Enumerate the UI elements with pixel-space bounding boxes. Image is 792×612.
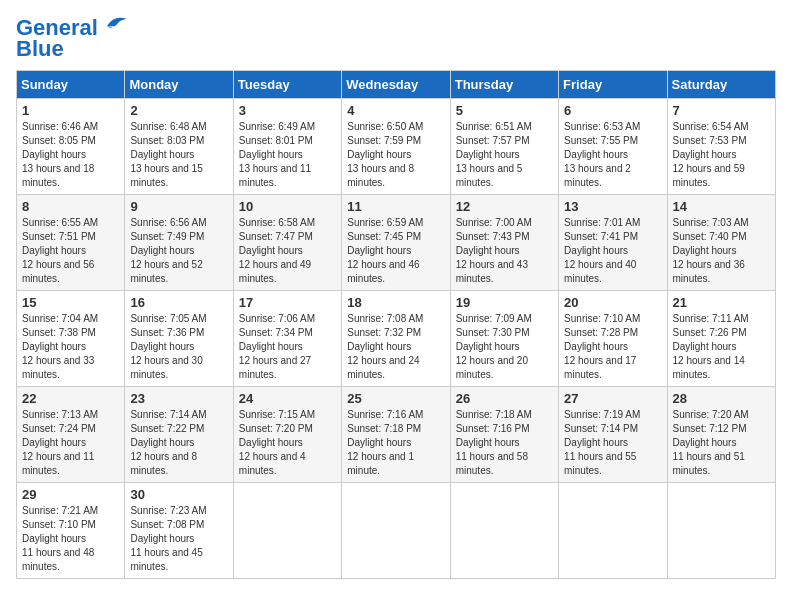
day-info: Sunrise: 7:18 AM Sunset: 7:16 PM Dayligh… — [456, 408, 553, 478]
day-info: Sunrise: 7:08 AM Sunset: 7:32 PM Dayligh… — [347, 312, 444, 382]
day-info: Sunrise: 6:51 AM Sunset: 7:57 PM Dayligh… — [456, 120, 553, 190]
calendar-week-row: 1 Sunrise: 6:46 AM Sunset: 8:05 PM Dayli… — [17, 99, 776, 195]
calendar-cell: 28 Sunrise: 7:20 AM Sunset: 7:12 PM Dayl… — [667, 387, 775, 483]
day-number: 8 — [22, 199, 119, 214]
day-info: Sunrise: 6:58 AM Sunset: 7:47 PM Dayligh… — [239, 216, 336, 286]
calendar-cell: 13 Sunrise: 7:01 AM Sunset: 7:41 PM Dayl… — [559, 195, 667, 291]
day-number: 13 — [564, 199, 661, 214]
day-number: 4 — [347, 103, 444, 118]
day-info: Sunrise: 7:23 AM Sunset: 7:08 PM Dayligh… — [130, 504, 227, 574]
calendar-cell: 23 Sunrise: 7:14 AM Sunset: 7:22 PM Dayl… — [125, 387, 233, 483]
weekday-header: Saturday — [667, 71, 775, 99]
calendar-cell: 5 Sunrise: 6:51 AM Sunset: 7:57 PM Dayli… — [450, 99, 558, 195]
day-number: 23 — [130, 391, 227, 406]
calendar-cell: 22 Sunrise: 7:13 AM Sunset: 7:24 PM Dayl… — [17, 387, 125, 483]
calendar-cell: 14 Sunrise: 7:03 AM Sunset: 7:40 PM Dayl… — [667, 195, 775, 291]
day-info: Sunrise: 7:14 AM Sunset: 7:22 PM Dayligh… — [130, 408, 227, 478]
day-info: Sunrise: 6:55 AM Sunset: 7:51 PM Dayligh… — [22, 216, 119, 286]
calendar-cell: 1 Sunrise: 6:46 AM Sunset: 8:05 PM Dayli… — [17, 99, 125, 195]
day-info: Sunrise: 6:49 AM Sunset: 8:01 PM Dayligh… — [239, 120, 336, 190]
logo-bird-icon — [100, 13, 128, 33]
calendar-cell: 10 Sunrise: 6:58 AM Sunset: 7:47 PM Dayl… — [233, 195, 341, 291]
day-info: Sunrise: 7:13 AM Sunset: 7:24 PM Dayligh… — [22, 408, 119, 478]
day-number: 5 — [456, 103, 553, 118]
calendar-table: SundayMondayTuesdayWednesdayThursdayFrid… — [16, 70, 776, 579]
day-number: 20 — [564, 295, 661, 310]
day-number: 7 — [673, 103, 770, 118]
day-number: 19 — [456, 295, 553, 310]
calendar-cell: 18 Sunrise: 7:08 AM Sunset: 7:32 PM Dayl… — [342, 291, 450, 387]
day-info: Sunrise: 7:06 AM Sunset: 7:34 PM Dayligh… — [239, 312, 336, 382]
day-info: Sunrise: 7:05 AM Sunset: 7:36 PM Dayligh… — [130, 312, 227, 382]
calendar-week-row: 22 Sunrise: 7:13 AM Sunset: 7:24 PM Dayl… — [17, 387, 776, 483]
logo-blue: Blue — [16, 36, 64, 62]
day-number: 21 — [673, 295, 770, 310]
calendar-cell: 30 Sunrise: 7:23 AM Sunset: 7:08 PM Dayl… — [125, 483, 233, 579]
calendar-cell: 11 Sunrise: 6:59 AM Sunset: 7:45 PM Dayl… — [342, 195, 450, 291]
calendar-cell: 19 Sunrise: 7:09 AM Sunset: 7:30 PM Dayl… — [450, 291, 558, 387]
day-number: 11 — [347, 199, 444, 214]
day-info: Sunrise: 6:54 AM Sunset: 7:53 PM Dayligh… — [673, 120, 770, 190]
day-info: Sunrise: 7:04 AM Sunset: 7:38 PM Dayligh… — [22, 312, 119, 382]
weekday-header: Thursday — [450, 71, 558, 99]
calendar-cell: 17 Sunrise: 7:06 AM Sunset: 7:34 PM Dayl… — [233, 291, 341, 387]
day-info: Sunrise: 6:50 AM Sunset: 7:59 PM Dayligh… — [347, 120, 444, 190]
day-info: Sunrise: 6:46 AM Sunset: 8:05 PM Dayligh… — [22, 120, 119, 190]
day-number: 22 — [22, 391, 119, 406]
calendar-week-row: 29 Sunrise: 7:21 AM Sunset: 7:10 PM Dayl… — [17, 483, 776, 579]
weekday-header: Sunday — [17, 71, 125, 99]
calendar-cell: 7 Sunrise: 6:54 AM Sunset: 7:53 PM Dayli… — [667, 99, 775, 195]
calendar-cell — [559, 483, 667, 579]
day-info: Sunrise: 6:53 AM Sunset: 7:55 PM Dayligh… — [564, 120, 661, 190]
day-number: 15 — [22, 295, 119, 310]
day-info: Sunrise: 7:10 AM Sunset: 7:28 PM Dayligh… — [564, 312, 661, 382]
day-number: 6 — [564, 103, 661, 118]
calendar-header-row: SundayMondayTuesdayWednesdayThursdayFrid… — [17, 71, 776, 99]
day-number: 3 — [239, 103, 336, 118]
day-number: 30 — [130, 487, 227, 502]
calendar-cell: 26 Sunrise: 7:18 AM Sunset: 7:16 PM Dayl… — [450, 387, 558, 483]
calendar-cell: 29 Sunrise: 7:21 AM Sunset: 7:10 PM Dayl… — [17, 483, 125, 579]
calendar-cell: 6 Sunrise: 6:53 AM Sunset: 7:55 PM Dayli… — [559, 99, 667, 195]
day-info: Sunrise: 7:09 AM Sunset: 7:30 PM Dayligh… — [456, 312, 553, 382]
day-info: Sunrise: 7:00 AM Sunset: 7:43 PM Dayligh… — [456, 216, 553, 286]
day-info: Sunrise: 7:03 AM Sunset: 7:40 PM Dayligh… — [673, 216, 770, 286]
weekday-header: Friday — [559, 71, 667, 99]
day-info: Sunrise: 7:19 AM Sunset: 7:14 PM Dayligh… — [564, 408, 661, 478]
day-info: Sunrise: 7:20 AM Sunset: 7:12 PM Dayligh… — [673, 408, 770, 478]
calendar-cell: 25 Sunrise: 7:16 AM Sunset: 7:18 PM Dayl… — [342, 387, 450, 483]
day-info: Sunrise: 6:59 AM Sunset: 7:45 PM Dayligh… — [347, 216, 444, 286]
day-number: 29 — [22, 487, 119, 502]
day-number: 2 — [130, 103, 227, 118]
calendar-cell: 9 Sunrise: 6:56 AM Sunset: 7:49 PM Dayli… — [125, 195, 233, 291]
calendar-cell — [450, 483, 558, 579]
day-number: 10 — [239, 199, 336, 214]
calendar-cell: 21 Sunrise: 7:11 AM Sunset: 7:26 PM Dayl… — [667, 291, 775, 387]
day-info: Sunrise: 7:16 AM Sunset: 7:18 PM Dayligh… — [347, 408, 444, 478]
day-info: Sunrise: 7:11 AM Sunset: 7:26 PM Dayligh… — [673, 312, 770, 382]
day-number: 12 — [456, 199, 553, 214]
day-number: 27 — [564, 391, 661, 406]
day-number: 24 — [239, 391, 336, 406]
day-number: 16 — [130, 295, 227, 310]
day-number: 17 — [239, 295, 336, 310]
calendar-cell: 16 Sunrise: 7:05 AM Sunset: 7:36 PM Dayl… — [125, 291, 233, 387]
calendar-cell — [667, 483, 775, 579]
day-number: 25 — [347, 391, 444, 406]
calendar-cell: 15 Sunrise: 7:04 AM Sunset: 7:38 PM Dayl… — [17, 291, 125, 387]
day-number: 28 — [673, 391, 770, 406]
day-info: Sunrise: 7:15 AM Sunset: 7:20 PM Dayligh… — [239, 408, 336, 478]
day-info: Sunrise: 6:48 AM Sunset: 8:03 PM Dayligh… — [130, 120, 227, 190]
weekday-header: Monday — [125, 71, 233, 99]
calendar-cell: 20 Sunrise: 7:10 AM Sunset: 7:28 PM Dayl… — [559, 291, 667, 387]
day-number: 9 — [130, 199, 227, 214]
day-number: 1 — [22, 103, 119, 118]
day-info: Sunrise: 7:01 AM Sunset: 7:41 PM Dayligh… — [564, 216, 661, 286]
day-info: Sunrise: 7:21 AM Sunset: 7:10 PM Dayligh… — [22, 504, 119, 574]
day-number: 26 — [456, 391, 553, 406]
calendar-cell: 3 Sunrise: 6:49 AM Sunset: 8:01 PM Dayli… — [233, 99, 341, 195]
day-info: Sunrise: 6:56 AM Sunset: 7:49 PM Dayligh… — [130, 216, 227, 286]
calendar-cell: 4 Sunrise: 6:50 AM Sunset: 7:59 PM Dayli… — [342, 99, 450, 195]
calendar-cell — [233, 483, 341, 579]
calendar-week-row: 15 Sunrise: 7:04 AM Sunset: 7:38 PM Dayl… — [17, 291, 776, 387]
